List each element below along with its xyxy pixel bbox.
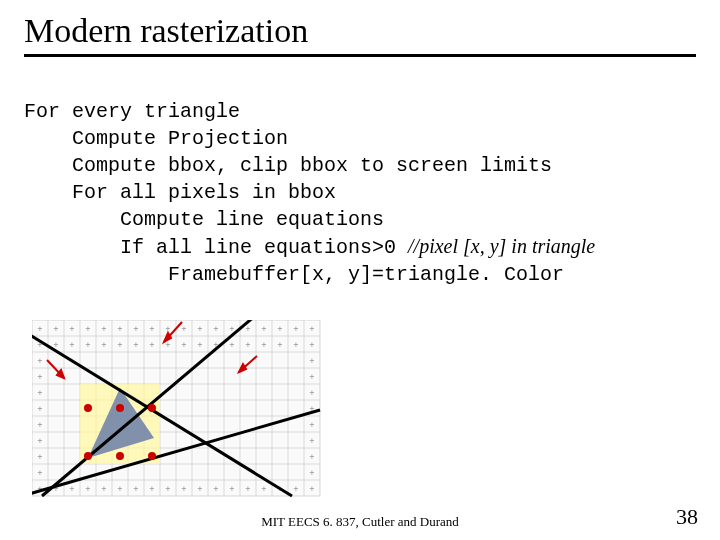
svg-text:+: + [246, 484, 251, 493]
svg-text:+: + [310, 420, 315, 429]
footer-credit: MIT EECS 6. 837, Cutler and Durand [0, 514, 720, 530]
rasterization-figure: ++++++++++++++++++ ++++++++++++++++++ ++… [32, 320, 332, 510]
svg-text:+: + [294, 324, 299, 333]
svg-text:+: + [198, 324, 203, 333]
svg-text:+: + [182, 484, 187, 493]
svg-point-109 [148, 404, 156, 412]
svg-text:+: + [38, 420, 43, 429]
svg-text:+: + [310, 468, 315, 477]
svg-text:+: + [246, 340, 251, 349]
svg-text:+: + [70, 484, 75, 493]
svg-text:+: + [38, 356, 43, 365]
svg-text:+: + [70, 340, 75, 349]
svg-text:+: + [214, 324, 219, 333]
svg-point-112 [148, 452, 156, 460]
code-line: For all pixels in bbox [24, 181, 336, 204]
svg-text:+: + [150, 484, 155, 493]
svg-text:+: + [198, 340, 203, 349]
svg-text:+: + [38, 404, 43, 413]
svg-text:+: + [294, 484, 299, 493]
svg-point-110 [84, 452, 92, 460]
svg-text:+: + [118, 484, 123, 493]
svg-text:+: + [38, 324, 43, 333]
svg-text:+: + [310, 372, 315, 381]
svg-text:+: + [198, 484, 203, 493]
svg-text:+: + [294, 340, 299, 349]
page-title: Modern rasterization [24, 12, 696, 50]
svg-text:+: + [262, 484, 267, 493]
svg-text:+: + [38, 436, 43, 445]
svg-text:+: + [310, 436, 315, 445]
code-comment: //pixel [x, y] in triangle [408, 235, 595, 257]
svg-text:+: + [230, 324, 235, 333]
svg-text:+: + [134, 324, 139, 333]
svg-text:+: + [310, 484, 315, 493]
svg-text:+: + [102, 484, 107, 493]
svg-text:+: + [310, 340, 315, 349]
svg-text:+: + [86, 484, 91, 493]
svg-text:+: + [134, 484, 139, 493]
svg-text:+: + [134, 340, 139, 349]
svg-point-107 [84, 404, 92, 412]
svg-text:+: + [86, 324, 91, 333]
code-line: For every triangle [24, 100, 240, 123]
svg-text:+: + [262, 324, 267, 333]
svg-text:+: + [230, 484, 235, 493]
svg-text:+: + [278, 324, 283, 333]
svg-text:+: + [310, 452, 315, 461]
svg-text:+: + [38, 372, 43, 381]
svg-text:+: + [86, 340, 91, 349]
page-number: 38 [676, 504, 698, 530]
svg-text:+: + [182, 324, 187, 333]
svg-text:+: + [38, 468, 43, 477]
svg-text:+: + [38, 452, 43, 461]
svg-text:+: + [166, 484, 171, 493]
svg-text:+: + [182, 340, 187, 349]
code-line: Compute line equations [24, 208, 384, 231]
svg-text:+: + [278, 340, 283, 349]
code-line: Compute Projection [24, 127, 288, 150]
svg-text:+: + [310, 388, 315, 397]
title-rule [24, 54, 696, 57]
code-line: Compute bbox, clip bbox to screen limits [24, 154, 552, 177]
svg-text:+: + [54, 340, 59, 349]
svg-text:+: + [150, 340, 155, 349]
svg-text:+: + [310, 356, 315, 365]
svg-text:+: + [102, 340, 107, 349]
svg-text:+: + [118, 340, 123, 349]
svg-text:+: + [54, 324, 59, 333]
svg-text:+: + [230, 340, 235, 349]
svg-text:+: + [214, 484, 219, 493]
svg-text:+: + [102, 324, 107, 333]
svg-text:+: + [70, 324, 75, 333]
svg-point-108 [116, 404, 124, 412]
svg-text:+: + [118, 324, 123, 333]
svg-text:+: + [38, 388, 43, 397]
code-line: Framebuffer[x, y]=triangle. Color [24, 263, 564, 286]
svg-point-111 [116, 452, 124, 460]
svg-text:+: + [310, 324, 315, 333]
pseudocode-block: For every triangle Compute Projection Co… [24, 71, 696, 288]
code-line: If all line equations>0 [24, 236, 408, 259]
svg-text:+: + [150, 324, 155, 333]
svg-text:+: + [262, 340, 267, 349]
svg-text:+: + [166, 324, 171, 333]
